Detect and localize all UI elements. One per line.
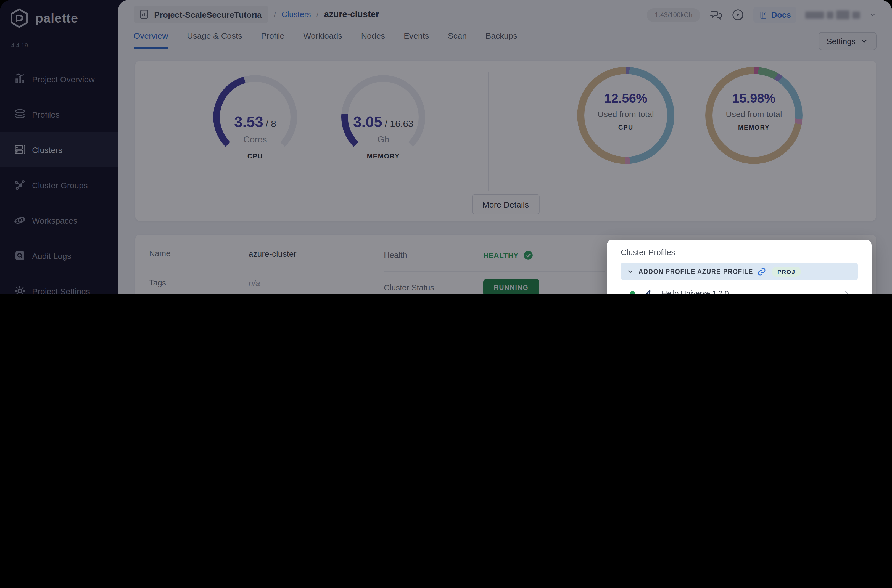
proj-scope-badge: PROJ: [772, 266, 801, 276]
profile-pack-hello-universe[interactable]: Hello Universe 1.2.0: [621, 280, 858, 294]
chevron-down-icon: [626, 267, 634, 275]
chevron-right-icon: [842, 289, 851, 294]
pack-status-dot: [630, 291, 635, 294]
palette-app: palette 4.4.19 Project Overview Profiles…: [0, 0, 892, 294]
cluster-profiles-list: ADDON PROFILE AZURE-PROFILE PROJ Hello U…: [621, 263, 858, 294]
hello-universe-icon: [642, 287, 655, 294]
app-window: palette 4.4.19 Project Overview Profiles…: [0, 0, 892, 294]
cluster-profiles-panel: Cluster Profiles ADDON PROFILE AZURE-PRO…: [607, 240, 872, 294]
addon-profile-section-header[interactable]: ADDON PROFILE AZURE-PROFILE PROJ: [621, 263, 858, 280]
link-icon: [757, 267, 766, 276]
cluster-profiles-title: Cluster Profiles: [621, 248, 675, 257]
